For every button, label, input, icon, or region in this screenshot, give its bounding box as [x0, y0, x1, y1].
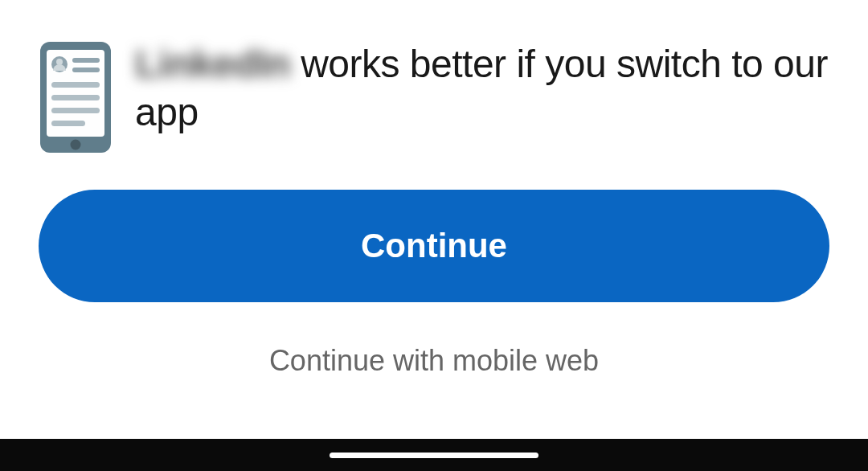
- svg-point-2: [71, 140, 81, 150]
- svg-rect-6: [72, 68, 100, 72]
- banner-header: LinkedIn works better if you switch to o…: [39, 40, 829, 154]
- svg-rect-7: [51, 82, 100, 88]
- svg-rect-10: [51, 121, 85, 126]
- svg-point-4: [56, 59, 63, 65]
- banner-headline: LinkedIn works better if you switch to o…: [135, 40, 829, 137]
- brand-name: LinkedIn: [135, 40, 290, 88]
- continue-button[interactable]: Continue: [39, 190, 829, 302]
- continue-mobile-web-link[interactable]: Continue with mobile web: [39, 338, 829, 384]
- home-indicator[interactable]: [330, 453, 538, 458]
- svg-rect-9: [51, 108, 100, 113]
- phone-app-icon: [39, 40, 113, 154]
- app-switch-banner: LinkedIn works better if you switch to o…: [0, 0, 868, 384]
- system-nav-bar: [0, 439, 868, 471]
- svg-rect-5: [72, 58, 100, 63]
- svg-rect-8: [51, 95, 100, 100]
